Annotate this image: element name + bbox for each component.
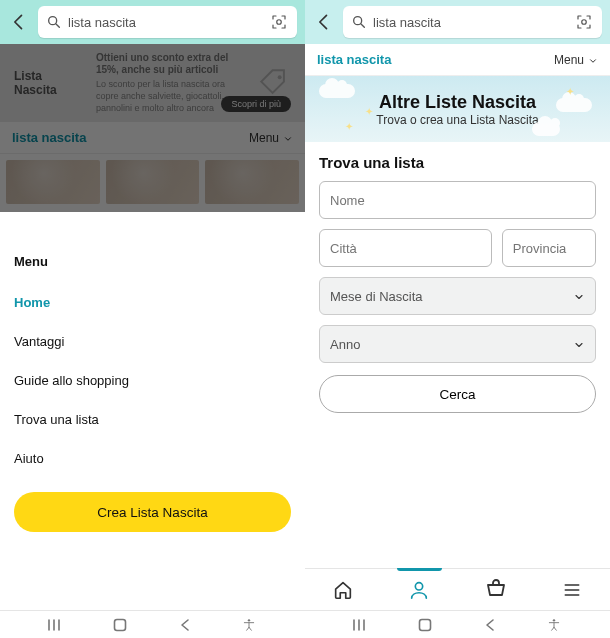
city-field[interactable] [330,241,481,256]
screen-right: lista nascita Menu ✦ ✦ ✦ Altre Liste Nas… [305,0,610,638]
cloud-icon [319,84,355,98]
promo-banner: Lista Nascita Ottieni uno sconto extra d… [0,44,305,122]
menu-panel: Menu Home Vantaggi Guide allo shopping T… [0,244,305,602]
chevron-down-icon [588,56,598,66]
menu-item-guide[interactable]: Guide allo shopping [14,361,291,400]
menu-item-trova[interactable]: Trova una lista [14,400,291,439]
lens-icon [270,13,288,31]
tab-home[interactable] [305,569,381,610]
nav-back[interactable] [481,616,499,634]
year-select-label: Anno [330,337,360,352]
nav-recent[interactable] [47,616,65,634]
accessibility-icon [242,618,256,632]
chevron-down-icon [573,339,585,351]
camera-search-button[interactable] [574,12,594,32]
nav-accessibility[interactable] [240,616,258,634]
search-input[interactable] [373,15,568,30]
category-title: lista nascita [12,130,86,145]
lens-icon [575,13,593,31]
category-bar: lista nascita Menu [0,122,305,154]
photo-strip [0,154,305,210]
back-button[interactable] [8,11,30,33]
svg-point-2 [278,75,282,79]
svg-rect-6 [115,619,126,630]
search-box[interactable] [343,6,602,38]
star-icon: ✦ [566,86,574,97]
svg-point-1 [277,20,282,25]
menu-dropdown-label: Menu [554,53,584,67]
province-field-wrapper [502,229,596,267]
home-outline-icon [418,618,432,632]
promo-title: Lista Nascita [14,69,86,97]
search-icon [351,14,367,30]
svg-point-7 [248,619,250,621]
user-icon [408,579,430,601]
year-select[interactable]: Anno [319,325,596,363]
home-outline-icon [113,618,127,632]
form-title: Trova una lista [319,154,596,171]
menu-item-vantaggi[interactable]: Vantaggi [14,322,291,361]
nav-accessibility[interactable] [545,616,563,634]
star-icon: ✦ [365,106,373,117]
photo-thumb [6,160,100,204]
star-icon: ✦ [345,121,353,132]
find-list-form: Trova una lista Mese di Nas [305,142,610,568]
camera-search-button[interactable] [269,12,289,32]
promo-cta[interactable]: Scopri di più [221,96,291,112]
svg-point-0 [49,17,57,25]
cloud-icon [556,98,592,112]
accessibility-icon [547,618,561,632]
search-box[interactable] [38,6,297,38]
province-field[interactable] [513,241,585,256]
svg-point-3 [354,17,362,25]
svg-point-5 [416,582,423,589]
arrow-left-icon [9,12,29,32]
menu-heading: Menu [14,254,291,269]
nav-recent[interactable] [352,616,370,634]
month-select[interactable]: Mese di Nascita [319,277,596,315]
tab-menu[interactable] [534,569,610,610]
name-field-wrapper [319,181,596,219]
name-field[interactable] [330,193,585,208]
hero-title: Altre Liste Nascita [379,92,536,113]
search-input[interactable] [68,15,263,30]
home-icon [332,579,354,601]
screen-left: Lista Nascita Ottieni uno sconto extra d… [0,0,305,638]
recent-icon [353,619,369,631]
hero-subtitle: Trova o crea una Lista Nascita [376,113,538,127]
month-select-label: Mese di Nascita [330,289,422,304]
search-bar [0,0,305,44]
search-button[interactable]: Cerca [319,375,596,413]
tab-account[interactable] [381,569,457,610]
svg-point-9 [553,619,555,621]
photo-thumb [106,160,200,204]
city-field-wrapper [319,229,492,267]
category-title: lista nascita [317,52,391,67]
svg-rect-8 [420,619,431,630]
photo-thumb [205,160,299,204]
android-nav-bar [0,610,610,638]
tab-cart[interactable] [458,569,534,610]
promo-headline: Ottieni uno sconto extra del 15%, anche … [96,52,247,76]
hero-banner: ✦ ✦ ✦ Altre Liste Nascita Trova o crea u… [305,76,610,142]
menu-dropdown[interactable]: Menu [554,53,598,67]
menu-dropdown-label: Menu [249,131,279,145]
menu-item-home[interactable]: Home [14,283,291,322]
tag-icon [257,66,291,100]
cloud-icon [532,122,560,136]
arrow-left-icon [314,12,334,32]
hamburger-icon [562,580,582,600]
menu-dropdown[interactable]: Menu [249,131,293,145]
nav-back[interactable] [176,616,194,634]
menu-item-aiuto[interactable]: Aiuto [14,439,291,478]
search-icon [46,14,62,30]
back-icon [484,618,496,632]
close-button[interactable] [277,220,295,238]
nav-home[interactable] [416,616,434,634]
nav-home[interactable] [111,616,129,634]
back-button[interactable] [313,11,335,33]
recent-icon [48,619,64,631]
promo-subtext: Lo sconto per la lista nascita ora copre… [96,79,225,113]
create-list-button[interactable]: Crea Lista Nascita [14,492,291,532]
chevron-down-icon [573,291,585,303]
